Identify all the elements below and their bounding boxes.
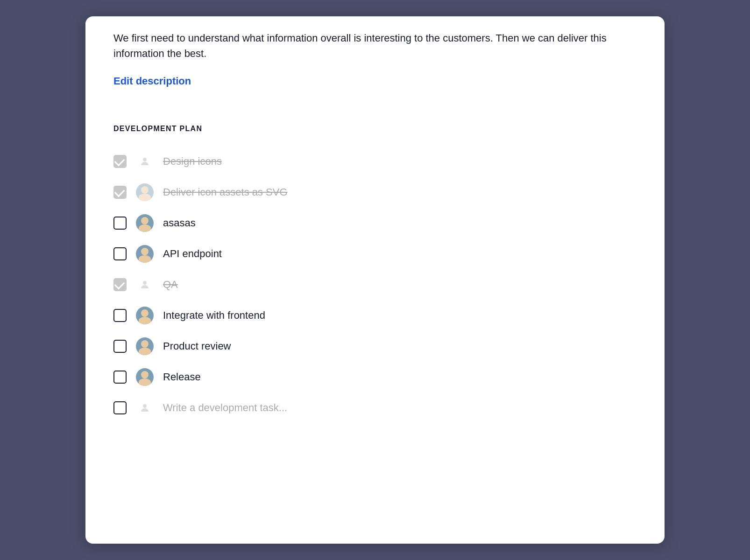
task-row: Integrate with frontend — [113, 300, 637, 331]
svg-point-1 — [143, 281, 147, 285]
avatar-2 — [136, 183, 154, 201]
new-task-checkbox[interactable] — [113, 401, 127, 414]
edit-description-link[interactable]: Edit description — [113, 75, 191, 87]
task-row: Design icons — [113, 146, 637, 177]
new-task-row — [113, 392, 637, 423]
avatar-placeholder-1 — [136, 153, 154, 170]
new-task-input[interactable] — [163, 402, 637, 414]
svg-point-2 — [143, 404, 147, 408]
task-label-2: Deliver icon assets as SVG — [163, 186, 288, 198]
main-card: We first need to understand what informa… — [85, 16, 665, 544]
task-checkbox-6[interactable] — [113, 309, 127, 322]
description-text: We first need to understand what informa… — [113, 30, 637, 61]
task-label-8: Release — [163, 371, 201, 383]
avatar-3 — [136, 214, 154, 232]
task-row: Release — [113, 362, 637, 392]
task-row: asasas — [113, 208, 637, 238]
task-row: API endpoint — [113, 238, 637, 269]
task-checkbox-4[interactable] — [113, 247, 127, 260]
task-checkbox-5[interactable] — [113, 278, 127, 291]
task-label-4: API endpoint — [163, 248, 222, 260]
task-label-3: asasas — [163, 217, 196, 229]
task-label-5: QA — [163, 279, 178, 291]
avatar-placeholder-5 — [136, 276, 154, 294]
task-row: QA — [113, 269, 637, 300]
avatar-8 — [136, 368, 154, 386]
task-label-7: Product review — [163, 340, 231, 352]
task-checkbox-3[interactable] — [113, 217, 127, 230]
task-label-6: Integrate with frontend — [163, 309, 265, 322]
new-task-avatar-placeholder — [136, 399, 154, 417]
task-row: Deliver icon assets as SVG — [113, 177, 637, 208]
section-title: DEVELOPMENT PLAN — [113, 125, 637, 133]
task-row: Product review — [113, 331, 637, 362]
task-label-1: Design icons — [163, 155, 222, 168]
task-checkbox-2[interactable] — [113, 186, 127, 199]
task-checkbox-1[interactable] — [113, 155, 127, 168]
task-checkbox-8[interactable] — [113, 371, 127, 384]
avatar-4 — [136, 245, 154, 263]
svg-point-0 — [143, 158, 147, 161]
task-list: Design icons Deliver icon assets as SVG … — [113, 146, 637, 423]
task-checkbox-7[interactable] — [113, 340, 127, 353]
avatar-7 — [136, 337, 154, 355]
avatar-6 — [136, 307, 154, 324]
